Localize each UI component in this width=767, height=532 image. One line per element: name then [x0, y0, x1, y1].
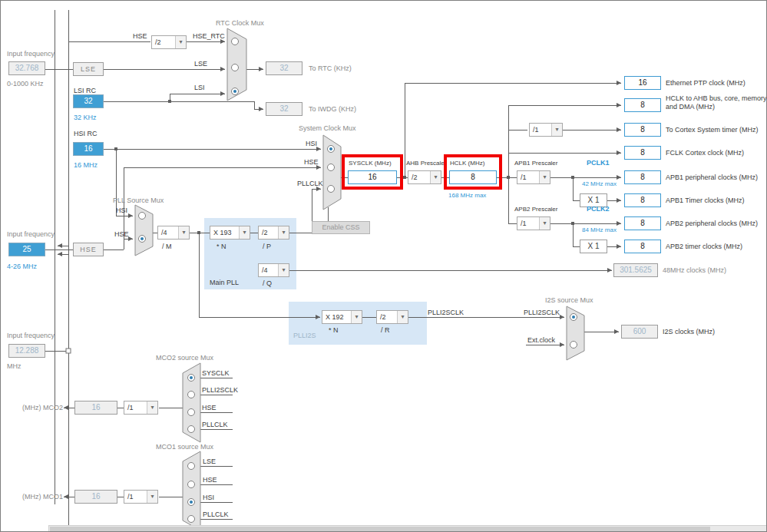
- mco1-mux-radio-pllclk[interactable]: [188, 516, 195, 523]
- mco1-mux-title: MCO1 source Mux: [156, 443, 213, 451]
- lsi-freq-label: 32 KHz: [74, 114, 97, 121]
- lse-frequency-input: 32.768: [8, 61, 45, 75]
- hse-oscillator-box: HSE: [73, 243, 104, 256]
- pll-n-multiplier-select[interactable]: X 193 ▾: [210, 226, 250, 240]
- i2s-mux-radio-selected-dot: [572, 316, 575, 319]
- plli2s-r-divider-select[interactable]: /2 ▾: [376, 310, 408, 324]
- apb1-prescaler-select[interactable]: /1 ▾: [517, 170, 550, 184]
- mco1-mux-radio-selected-dot: [190, 501, 193, 504]
- sys-hse-wire-label: HSE: [304, 158, 319, 166]
- hclk-input[interactable]: 8: [449, 170, 497, 184]
- rtc-lse-wire-label: LSE: [194, 60, 207, 68]
- rtc-mux-radio-lse[interactable]: [232, 64, 239, 71]
- mco1-mux-radio-hse[interactable]: [188, 481, 195, 488]
- plli2s-n-label: * N: [329, 326, 339, 334]
- ahb-prescaler-select[interactable]: /2 ▾: [408, 170, 441, 184]
- chevron-down-icon: ▾: [147, 491, 157, 503]
- apb1-timer-clock-label: APB1 Timer clocks (MHz): [666, 197, 745, 204]
- mco2-divider-select[interactable]: /1 ▾: [124, 401, 158, 415]
- rtc-hse-divider-select[interactable]: /2 ▾: [151, 35, 187, 49]
- i2s-ckin-frequency-input: 12.288: [8, 344, 45, 358]
- mco2-mux-radio-hse[interactable]: [188, 409, 195, 416]
- i2s-clock-label: I2S clocks (MHz): [663, 328, 715, 335]
- apb1-timer-clock-input[interactable]: 8: [624, 193, 661, 207]
- mco1-pin-label: (MHz) MCO1: [22, 493, 63, 501]
- fclk-cortex-clock-label: FCLK Cortex clock (MHz): [666, 149, 744, 157]
- apb1-prescaler-value: /1: [517, 171, 539, 183]
- pll-hse-wire-label: HSE: [114, 230, 129, 238]
- rtc-mux-title: RTC Clock Mux: [216, 19, 264, 27]
- to-iwdg-value-box: 32: [266, 102, 303, 116]
- pll-p-label: / P: [263, 243, 271, 250]
- sysclk-input[interactable]: 16: [348, 170, 397, 184]
- bus-junction-square: [66, 349, 71, 353]
- apb2-timer-clock-input[interactable]: 8: [624, 240, 661, 253]
- mco1-divider-value: /1: [124, 491, 147, 503]
- pll-p-divider-select[interactable]: /2 ▾: [258, 226, 289, 240]
- cortex-timer-clock-input[interactable]: 8: [624, 123, 661, 137]
- pclk1-label: PCLK1: [587, 159, 610, 167]
- system-clock-mux-title: System Clock Mux: [299, 124, 356, 132]
- pclk1-max-label: 42 MHz max: [582, 180, 617, 188]
- pll-mux-radio-hsi[interactable]: [139, 213, 146, 220]
- lse-oscillator-box: LSE: [73, 62, 104, 76]
- mco2-value-box: 16: [74, 401, 117, 415]
- hse-frequency-input[interactable]: 25: [8, 243, 45, 256]
- hsi-rc-label: HSI RC: [74, 130, 98, 137]
- apb1-peripheral-clock-input[interactable]: 8: [624, 170, 661, 184]
- pll-hsi-wire-label: HSI: [116, 207, 127, 214]
- enable-css-button[interactable]: Enable CSS: [312, 221, 370, 234]
- clk48-value-box: 301.5625: [613, 263, 658, 277]
- main-pll-block-label: Main PLL: [210, 279, 239, 286]
- horizontal-scrollbar[interactable]: [48, 525, 767, 532]
- to-rtc-label: To RTC (KHz): [309, 64, 352, 72]
- plli2s-n-multiplier-select[interactable]: X 192 ▾: [322, 310, 362, 324]
- mco2-mux-radio-pllclk[interactable]: [188, 426, 195, 433]
- sysclk-mux-radio-selected-dot: [329, 147, 332, 150]
- rtc-mux-radio-selected-dot: [233, 90, 236, 93]
- i2s-mux-plli2sclk-label: PLLI2SCLK: [524, 309, 560, 316]
- ethernet-ptp-clock-label: Ethernet PTP clock (MHz): [666, 79, 746, 87]
- apb2-timer-multiplier-box: X 1: [580, 240, 607, 253]
- clock-configuration-diagram: Input frequency 32.768 0-1000 KHz LSE LS…: [0, 0, 767, 532]
- hse-range-label: 4-26 MHz: [7, 263, 37, 270]
- sys-pllclk-wire-label: PLLCLK: [297, 180, 323, 187]
- apb2-prescaler-select[interactable]: /1 ▾: [517, 216, 550, 230]
- pclk2-label: PCLK2: [587, 205, 610, 213]
- hse-rtc-wire-label: HSE_RTC: [193, 32, 225, 40]
- pll-mux-title: PLL Source Mux: [113, 197, 164, 204]
- i2s-clock-value-box: 600: [621, 325, 658, 339]
- plli2s-block-label: PLLI2S: [293, 332, 316, 339]
- i2s-ckin-unit-label: MHz: [7, 362, 21, 370]
- sysclk-mux-radio-hse[interactable]: [328, 164, 335, 171]
- apb2-peripheral-clock-input[interactable]: 8: [624, 216, 661, 230]
- mco1-divider-select[interactable]: /1 ▾: [124, 490, 158, 504]
- sysclk-mux-radio-pllclk[interactable]: [328, 186, 335, 193]
- pll-n-multiplier-value: X 193: [210, 226, 239, 239]
- i2s-mux-radio-extclock[interactable]: [570, 342, 577, 349]
- fclk-cortex-clock-input[interactable]: 8: [624, 146, 661, 160]
- ahb-prescaler-value: /2: [408, 171, 430, 183]
- chevron-down-icon: ▾: [278, 264, 289, 276]
- chevron-down-icon: ▾: [175, 36, 186, 48]
- chevron-down-icon: ▾: [430, 171, 441, 183]
- rtc-hse-divider-value: /2: [152, 36, 175, 48]
- mco1-input-hsi-label: HSI: [203, 494, 214, 501]
- ethernet-ptp-clock-input[interactable]: 16: [624, 76, 661, 90]
- horizontal-scrollbar-thumb[interactable]: [50, 527, 710, 531]
- plli2sclk-wire-label: PLLI2SCLK: [428, 309, 464, 316]
- mco2-input-sysclk-label: SYSCLK: [202, 369, 230, 377]
- pll-m-divider-select[interactable]: /4 ▾: [157, 226, 190, 240]
- mco2-input-hse-label: HSE: [202, 404, 217, 411]
- hclk-ahb-bus-input[interactable]: 8: [624, 98, 661, 112]
- rtc-mux-radio-hse-rtc[interactable]: [232, 38, 239, 45]
- plli2s-r-divider-value: /2: [377, 311, 397, 323]
- mco1-mux-radio-lse[interactable]: [188, 463, 195, 470]
- pll-mux-radio-selected-dot: [141, 237, 144, 240]
- apb1-peripheral-clock-label: APB1 peripheral clocks (MHz): [666, 173, 758, 181]
- cortex-timer-divider-select[interactable]: /1 ▾: [529, 123, 563, 137]
- pll-q-divider-select[interactable]: /4 ▾: [258, 263, 289, 277]
- lsi-rc-label: LSI RC: [74, 87, 96, 94]
- mco2-mux-radio-plli2sclk[interactable]: [188, 392, 195, 398]
- apb2-timer-clock-label: APB2 timer clocks (MHz): [666, 243, 742, 250]
